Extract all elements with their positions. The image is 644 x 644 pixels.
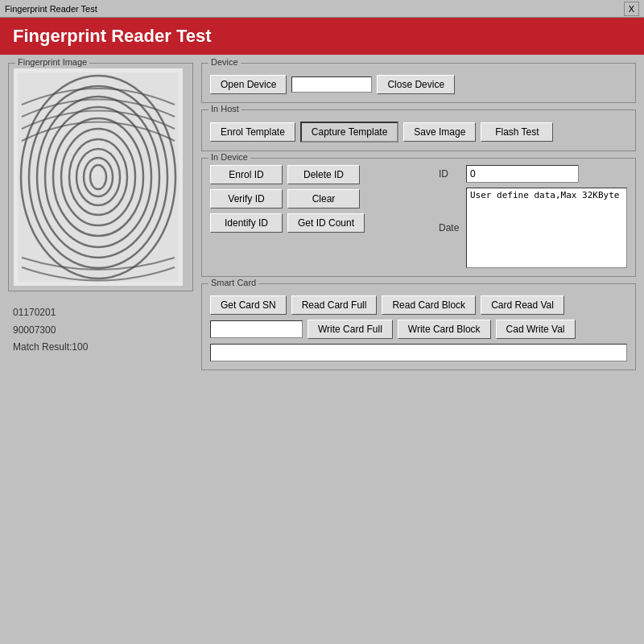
in-host-group-label: In Host [208, 104, 242, 114]
close-device-button[interactable]: Close Device [377, 75, 455, 94]
info-line2: 90007300 [13, 322, 188, 340]
fingerprint-group-label: Fingerprint Image [15, 57, 89, 67]
smart-card-group-label: Smart Card [208, 278, 258, 287]
open-device-button[interactable]: Open Device [210, 75, 287, 94]
date-label: Date [439, 222, 463, 233]
in-host-section: In Host Enrol Template Capture Template … [201, 109, 636, 151]
capture-template-button[interactable]: Capture Template [300, 122, 399, 142]
close-button[interactable]: X [624, 2, 639, 16]
right-panel: Device Open Device Close Device In Host … [201, 63, 636, 631]
match-result: Match Result:100 [13, 339, 188, 357]
clear-button[interactable]: Clear [287, 189, 360, 208]
device-section: Device Open Device Close Device [201, 63, 636, 103]
device-input[interactable] [291, 76, 372, 93]
app-title: Fingerprint Reader Test [13, 26, 212, 47]
read-card-full-button[interactable]: Read Card Full [291, 295, 378, 315]
id-row: ID [439, 165, 627, 183]
info-line1: 01170201 [13, 304, 188, 322]
title-bar: Fingerprint Reader Test X [0, 0, 644, 18]
date-row: Date User define data,Max 32KByte [439, 188, 627, 268]
in-device-content: Enrol ID Delete ID Verify ID Clear Ident… [210, 165, 627, 268]
in-host-row: Enrol Template Capture Template Save Ima… [210, 122, 627, 142]
smart-card-row2: Write Card Full Write Card Block Cad Wri… [210, 320, 627, 339]
in-device-row1: Enrol ID Delete ID [210, 165, 431, 184]
smart-card-section: Smart Card Get Card SN Read Card Full Re… [201, 283, 636, 370]
in-device-buttons: Enrol ID Delete ID Verify ID Clear Ident… [210, 165, 431, 268]
cad-write-val-button[interactable]: Cad Write Val [496, 320, 576, 339]
enrol-template-button[interactable]: Enrol Template [210, 122, 295, 142]
fingerprint-image [14, 68, 183, 286]
in-device-group-label: In Device [208, 152, 250, 162]
delete-id-button[interactable]: Delete ID [287, 165, 360, 184]
in-device-row3: Identify ID Get ID Count [210, 213, 431, 233]
read-card-block-button[interactable]: Read Card Block [382, 295, 476, 315]
get-id-count-button[interactable]: Get ID Count [287, 213, 365, 233]
get-card-sn-button[interactable]: Get Card SN [210, 295, 287, 315]
in-device-section: In Device Enrol ID Delete ID Verify ID C… [201, 158, 636, 277]
smart-card-row1: Get Card SN Read Card Full Read Card Blo… [210, 295, 627, 315]
verify-id-button[interactable]: Verify ID [210, 189, 283, 208]
device-group-label: Device [208, 57, 241, 67]
svg-rect-0 [18, 72, 179, 282]
bottom-input[interactable] [210, 344, 627, 361]
header-bar: Fingerprint Reader Test [0, 18, 644, 55]
data-textarea[interactable]: User define data,Max 32KByte [466, 188, 627, 268]
id-label: ID [439, 168, 463, 180]
card-read-val-button[interactable]: Card Read Val [481, 295, 564, 315]
in-device-row2: Verify ID Clear [210, 189, 431, 208]
device-row: Open Device Close Device [210, 75, 627, 94]
identify-id-button[interactable]: Identify ID [210, 213, 283, 233]
save-image-button[interactable]: Save Image [403, 122, 476, 142]
id-input[interactable] [466, 165, 579, 183]
write-card-full-button[interactable]: Write Card Full [308, 320, 393, 339]
write-card-block-button[interactable]: Write Card Block [398, 320, 491, 339]
enrol-id-button[interactable]: Enrol ID [210, 165, 283, 184]
flash-test-button[interactable]: Flash Test [481, 122, 553, 142]
main-content: Fingerprint Image [0, 55, 644, 639]
info-section: 01170201 90007300 Match Result:100 [8, 299, 193, 361]
left-panel: Fingerprint Image [8, 63, 193, 631]
in-device-right: ID Date User define data,Max 32KByte [439, 165, 627, 268]
fingerprint-group: Fingerprint Image [8, 63, 193, 291]
fingerprint-svg [18, 72, 179, 282]
title-bar-text: Fingerprint Reader Test [5, 4, 97, 14]
card-input[interactable] [210, 320, 303, 338]
